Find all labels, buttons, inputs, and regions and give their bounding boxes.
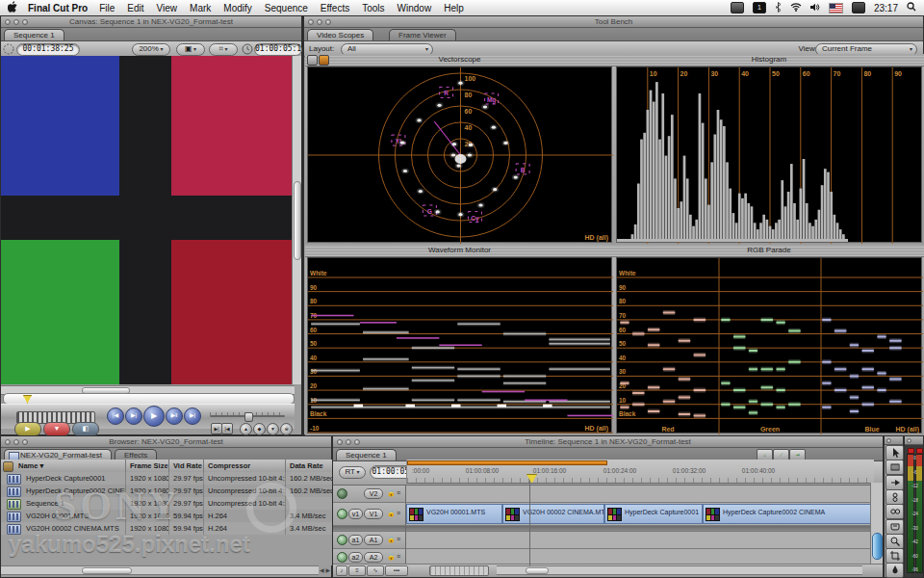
zoom-slider[interactable] <box>429 565 489 576</box>
scope-zoom-out-button[interactable] <box>307 55 318 66</box>
track-height-control[interactable]: ≡ <box>348 565 366 576</box>
replace-edit-button[interactable]: ◧ <box>72 422 99 436</box>
track-a1-source-button[interactable]: a1 <box>348 535 363 545</box>
tool-edit-selection[interactable] <box>886 460 904 475</box>
menu-tools[interactable]: Tools <box>362 3 384 13</box>
wifi-icon[interactable] <box>790 3 802 13</box>
timeline-vertical-scrollbar[interactable] <box>870 483 883 566</box>
canvas-playhead[interactable] <box>23 395 32 404</box>
timeline-clip[interactable]: HyperDeck Capture0002 CINEMA <box>703 504 873 524</box>
menu-clock[interactable]: 23:17 <box>874 3 898 13</box>
column-header-frame-size[interactable]: Frame Size <box>126 460 169 472</box>
track-a1-audible-toggle[interactable] <box>337 535 347 545</box>
match-frame-right-button[interactable]: |◀ <box>221 423 233 434</box>
timeline-clip[interactable]: HyperDeck Capture0001 <box>604 504 703 524</box>
track-layout-menu[interactable]: ▪▪▪ <box>385 565 408 576</box>
track-v1-lock-toggle[interactable]: 🔒 <box>387 510 396 517</box>
tool-slip[interactable] <box>886 504 904 519</box>
column-header-data-rate[interactable]: Data Rate <box>286 460 333 472</box>
track-a2-lock-toggle[interactable]: 🔒 <box>387 553 396 561</box>
tool-selection[interactable] <box>886 445 904 460</box>
input-language-flag-icon[interactable] <box>829 3 843 13</box>
canvas-titlebar[interactable]: Canvas: Sequence 1 in NEX-VG20_Format-te… <box>1 16 301 28</box>
track-a1-lock-toggle[interactable]: 🔒 <box>387 536 396 543</box>
track-v2-body[interactable] <box>406 486 873 503</box>
menu-window[interactable]: Window <box>398 3 432 13</box>
browser-scroll-arrows[interactable]: ◀ ▶ <box>320 566 330 573</box>
play-button[interactable]: ▶ <box>143 406 165 427</box>
canvas-view-popup[interactable]: ▣ ▾ <box>176 43 205 56</box>
next-edit-button[interactable]: ▶| <box>184 407 201 425</box>
browser-titlebar[interactable]: Browser: NEX-VG20_Format-test <box>1 436 331 448</box>
previous-edit-button[interactable]: |◀ <box>107 407 124 425</box>
menu-edit[interactable]: Edit <box>127 3 143 13</box>
track-v1-visibility-toggle[interactable] <box>337 509 347 519</box>
spotlight-icon[interactable] <box>907 2 916 13</box>
browser-horizontal-scrollbar[interactable] <box>1 565 319 575</box>
track-v1-destination-button[interactable]: V1 <box>364 509 383 519</box>
audio-meters-titlebar[interactable] <box>905 436 923 445</box>
canvas-current-timecode[interactable]: 01:00:05:16 <box>254 43 302 56</box>
track-v2-visibility-toggle[interactable] <box>337 488 347 499</box>
track-v1-height-control[interactable]: ≡ <box>397 510 400 516</box>
track-v1-body[interactable]: VG20H 00001.MTSVG20H 00002 CINEMA.MTSHyp… <box>406 503 873 526</box>
jog-wheel-icon[interactable] <box>3 43 14 55</box>
tab-frame-viewer[interactable]: Frame Viewer <box>389 29 456 40</box>
show-match-frame-button[interactable]: ⊕ <box>280 423 293 435</box>
tool-select-track-forward[interactable] <box>886 475 904 490</box>
play-in-to-out-button[interactable]: ▶| <box>125 407 142 425</box>
add-marker-button[interactable]: ▼ <box>267 423 279 435</box>
window-buttons[interactable] <box>5 439 28 445</box>
column-header-vid-rate[interactable]: Vid Rate <box>169 460 204 472</box>
track-a2-height-control[interactable]: ≡ <box>397 553 400 560</box>
tool-pen[interactable] <box>886 563 904 578</box>
apple-menu-icon[interactable] <box>8 1 18 15</box>
track-a2-source-button[interactable]: a2 <box>348 552 363 563</box>
canvas-zoom-popup[interactable]: 200% ▾ <box>132 43 170 56</box>
timeline-clip[interactable]: VG20H 00002 CINEMA.MTS <box>502 504 604 524</box>
column-header-compressor[interactable]: Compressor <box>204 460 286 472</box>
menu-modify[interactable]: Modify <box>223 3 251 13</box>
tool-zoom[interactable] <box>886 534 904 549</box>
canvas-overlay-popup[interactable]: ⌗ ▾ <box>209 43 238 56</box>
menu-sequence[interactable]: Sequence <box>265 3 308 13</box>
overwrite-edit-button[interactable]: ▼ <box>43 422 70 436</box>
track-v1-source-button[interactable]: v1 <box>348 509 363 519</box>
scope-zoom-in-button[interactable] <box>319 55 329 66</box>
add-keyframe-button[interactable]: ◆ <box>253 423 266 435</box>
window-buttons[interactable] <box>337 439 360 445</box>
bluetooth-icon[interactable] <box>775 2 782 14</box>
istat-menu-icon[interactable]: 1 <box>753 2 766 13</box>
audio-controls-toggle[interactable]: ♪ <box>336 565 347 576</box>
menu-help[interactable]: Help <box>444 3 464 13</box>
canvas-vertical-scrollbar[interactable] <box>292 56 301 384</box>
track-v2-destination-button[interactable]: V2 <box>364 488 383 499</box>
track-a1-height-control[interactable]: ≡ <box>397 536 400 542</box>
menu-file[interactable]: File <box>99 3 115 13</box>
tool-palette-titlebar[interactable] <box>885 436 903 445</box>
timeline-titlebar[interactable]: Timeline: Sequence 1 in NEX-VG20_Format-… <box>333 436 883 448</box>
canvas-tab-sequence-1[interactable]: Sequence 1 <box>4 29 64 40</box>
insert-edit-button[interactable]: ▶ <box>14 422 41 436</box>
rt-popup[interactable]: RT ▾ <box>339 466 366 479</box>
shuttle-control[interactable] <box>210 412 285 420</box>
menu-mark[interactable]: Mark <box>190 3 211 13</box>
play-around-button[interactable]: ▶‖ <box>166 407 183 425</box>
track-a2-audible-toggle[interactable] <box>337 552 347 563</box>
track-a1-destination-button[interactable]: A1 <box>364 535 383 545</box>
timeline-ruler[interactable]: :00:0001:00:08:0001:00:16:0001:00:24:000… <box>406 460 874 484</box>
track-a2-destination-button[interactable]: A2 <box>364 552 383 563</box>
display-menu-icon[interactable] <box>731 2 744 13</box>
track-v2-height-control[interactable]: ≡ <box>397 489 400 496</box>
clip-keyframes-button[interactable]: ∿ <box>367 565 384 576</box>
mark-clip-button[interactable]: ▲ <box>240 423 252 435</box>
track-v2-lock-toggle[interactable]: 🔒 <box>387 489 396 497</box>
tab-video-scopes[interactable]: Video Scopes <box>307 29 373 40</box>
tool-razor-blade[interactable] <box>886 519 904 535</box>
column-header-name[interactable]: Name ▾ <box>14 460 126 472</box>
menu-view[interactable]: View <box>157 3 178 13</box>
tool-crop[interactable] <box>886 548 904 564</box>
menu-effects[interactable]: Effects <box>321 3 349 13</box>
timeline-clip[interactable]: VG20H 00001.MTS <box>406 504 502 524</box>
app-menu-final-cut-pro[interactable]: Final Cut Pro <box>28 3 88 13</box>
